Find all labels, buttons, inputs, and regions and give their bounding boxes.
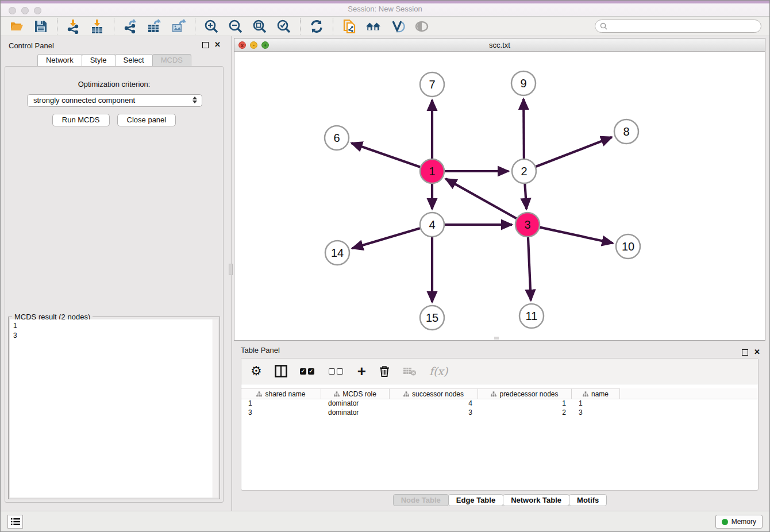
deselect-all-rows-icon[interactable] xyxy=(329,364,345,379)
graph-edge-4-14[interactable] xyxy=(352,228,420,248)
clone-network-icon[interactable] xyxy=(341,18,357,34)
graph-edge-3-10[interactable] xyxy=(540,228,613,244)
table-panel-title: Table Panel xyxy=(241,346,280,354)
close-table-panel-icon[interactable]: ✕ xyxy=(754,348,760,356)
column-header-name[interactable]: name xyxy=(572,388,620,399)
delete-table-icon[interactable] xyxy=(403,364,417,379)
memory-label: Memory xyxy=(732,518,756,526)
task-history-button[interactable] xyxy=(7,515,23,529)
dropdown-selected-value: strongly connected component xyxy=(33,96,135,105)
attribute-tree-icon xyxy=(256,391,262,397)
network-graph[interactable]: 7968124310141511 xyxy=(234,52,765,340)
table-settings-icon[interactable]: ⚙ xyxy=(251,364,262,379)
hide-panel-eye-icon[interactable] xyxy=(414,18,430,34)
tab-network-table[interactable]: Network Table xyxy=(503,494,569,506)
table-cell[interactable]: 1 xyxy=(241,399,321,408)
zoom-fit-icon[interactable] xyxy=(252,18,268,34)
table-header-row: shared nameMCDS rolesuccessor nodesprede… xyxy=(241,388,758,399)
splitter-grip[interactable] xyxy=(229,264,233,275)
float-table-panel-icon[interactable] xyxy=(742,349,748,356)
graph-edge-2-9[interactable] xyxy=(523,99,524,159)
table-cell[interactable]: 1 xyxy=(572,399,620,408)
table-row[interactable]: 3dominator323 xyxy=(241,408,758,418)
table-cell[interactable]: dominator xyxy=(321,408,390,418)
run-mcds-button[interactable]: Run MCDS xyxy=(52,114,110,126)
column-header-label: predecessor nodes xyxy=(499,390,558,398)
network-canvas[interactable]: 7968124310141511 xyxy=(234,52,765,340)
graph-node-label-10: 10 xyxy=(622,240,634,253)
save-session-icon[interactable] xyxy=(33,18,49,34)
column-header-successor-nodes[interactable]: successor nodes xyxy=(390,388,478,399)
home-pages-icon[interactable] xyxy=(365,18,382,34)
panel-splitter[interactable] xyxy=(228,36,234,512)
open-session-icon[interactable] xyxy=(9,18,25,34)
table-cell[interactable]: 4 xyxy=(390,399,478,408)
export-image-icon[interactable] xyxy=(171,18,187,34)
optimization-criterion-label: Optimization criterion: xyxy=(5,80,223,88)
close-panel-button[interactable]: Close panel xyxy=(117,114,176,126)
table-row[interactable]: 1dominator411 xyxy=(241,399,758,408)
column-header-label: name xyxy=(591,390,609,398)
import-table-icon[interactable] xyxy=(90,18,106,34)
result-scrollbar[interactable] xyxy=(213,319,218,498)
graph-edge-3-11[interactable] xyxy=(528,237,531,300)
close-panel-icon[interactable]: ✕ xyxy=(214,40,221,49)
table-cell[interactable]: 3 xyxy=(241,408,321,418)
memory-status-icon xyxy=(722,519,728,525)
memory-button[interactable]: Memory xyxy=(715,515,763,529)
tab-style[interactable]: Style xyxy=(82,54,116,66)
tab-edge-table[interactable]: Edge Table xyxy=(448,494,503,506)
canvas-resize-grip[interactable] xyxy=(494,337,499,340)
table-cell[interactable]: 1 xyxy=(478,399,572,408)
column-header-predecessor-nodes[interactable]: predecessor nodes xyxy=(478,388,572,399)
optimization-criterion-select[interactable]: strongly connected component xyxy=(27,94,202,107)
mcds-tab-content: Optimization criterion: strongly connect… xyxy=(5,66,224,503)
float-panel-icon[interactable] xyxy=(202,42,209,48)
graph-node-label-4: 4 xyxy=(429,218,435,231)
attribute-tree-icon xyxy=(491,391,496,397)
export-network-icon[interactable] xyxy=(122,18,138,34)
attribute-tree-icon xyxy=(334,391,340,397)
search-input[interactable] xyxy=(607,21,761,32)
control-panel-tabs: Network Style Select MCDS xyxy=(1,54,228,66)
add-column-icon[interactable]: + xyxy=(357,364,366,379)
table-cell[interactable]: 2 xyxy=(478,408,572,418)
delete-column-icon[interactable] xyxy=(379,364,390,379)
import-network-icon[interactable] xyxy=(66,18,82,34)
application-window: Session: New Session xyxy=(0,0,770,532)
zoom-in-icon[interactable] xyxy=(203,18,220,34)
control-panel: Control Panel ✕ Network Style Select MCD… xyxy=(1,36,228,506)
graph-node-label-14: 14 xyxy=(331,246,344,259)
tab-node-table[interactable]: Node Table xyxy=(393,494,449,506)
tab-select[interactable]: Select xyxy=(115,54,153,66)
column-header-MCDS-role[interactable]: MCDS role xyxy=(321,388,390,399)
graph-edge-2-8[interactable] xyxy=(536,137,612,167)
graph-edge-3-1[interactable] xyxy=(446,179,517,218)
vizmapper-icon[interactable] xyxy=(390,18,406,34)
table-cell[interactable]: 3 xyxy=(572,408,620,418)
zoom-out-icon[interactable] xyxy=(228,18,244,34)
function-builder-icon[interactable]: f(x) xyxy=(429,364,448,379)
mcds-result-text[interactable]: 1 3 xyxy=(10,319,218,498)
export-table-icon[interactable] xyxy=(147,18,163,34)
network-window-title: scc.txt xyxy=(234,41,765,49)
select-all-rows-icon[interactable]: ✓✓ xyxy=(300,364,316,379)
attribute-tree-icon xyxy=(583,391,588,397)
table-cell[interactable]: 3 xyxy=(390,408,478,418)
graph-edge-1-6[interactable] xyxy=(351,143,420,167)
graph-edge-2-3[interactable] xyxy=(525,184,526,209)
zoom-selected-icon[interactable] xyxy=(276,18,292,34)
tab-mcds[interactable]: MCDS xyxy=(152,54,191,66)
attribute-tree-icon xyxy=(403,391,409,397)
mcds-result-group: MCDS result (2 nodes) 1 3 xyxy=(8,317,220,499)
graph-node-label-6: 6 xyxy=(333,132,340,144)
status-bar: Memory xyxy=(1,511,769,531)
table-cell[interactable]: dominator xyxy=(321,399,390,408)
column-header-label: shared name xyxy=(265,390,305,398)
refresh-layout-icon[interactable] xyxy=(309,18,325,34)
graph-node-label-15: 15 xyxy=(426,311,438,324)
column-header-shared-name[interactable]: shared name xyxy=(241,388,321,399)
tab-network[interactable]: Network xyxy=(37,54,82,66)
tab-motifs[interactable]: Motifs xyxy=(569,494,607,506)
column-visibility-icon[interactable] xyxy=(275,364,287,379)
